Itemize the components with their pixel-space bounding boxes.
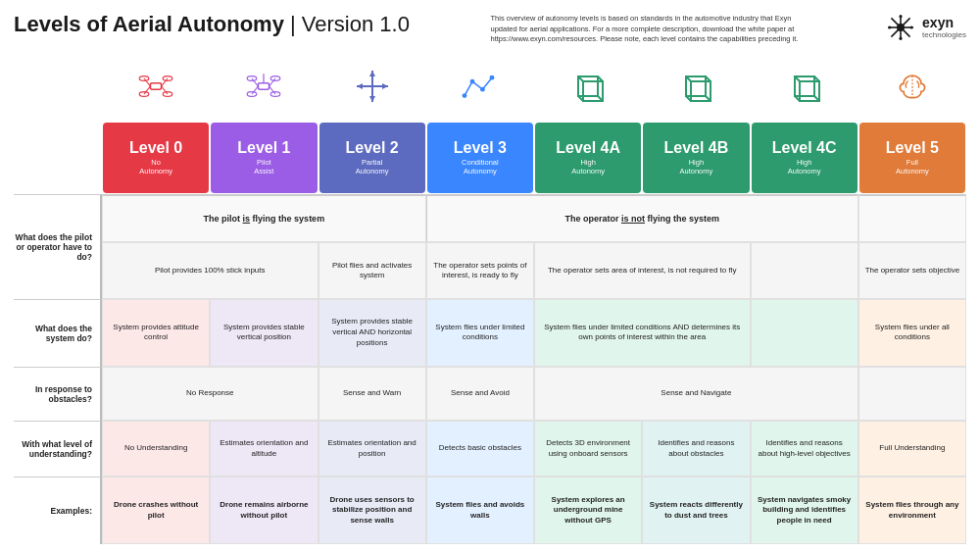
level1-sub: PilotAssist <box>254 158 273 177</box>
empty-icon-label <box>14 51 102 122</box>
level0-header: Level 0 NoAutonomy <box>103 123 209 194</box>
level4a-sub: HighAutonomy <box>571 158 605 177</box>
page: Levels of Aerial Autonomy | Version 1.0 … <box>0 0 980 552</box>
system-l2-cell: System provides stable vertical AND hori… <box>318 299 426 367</box>
waypoint-icon <box>461 73 500 100</box>
svg-rect-9 <box>151 82 162 88</box>
svg-marker-32 <box>357 83 363 89</box>
svg-line-13 <box>162 86 168 94</box>
level4c-icon-cell <box>751 51 858 122</box>
system-l1-cell: System provides stable vertical position <box>210 299 318 367</box>
level4b-num: Level 4B <box>663 140 728 156</box>
system-row-label: What does the system do? <box>14 299 102 367</box>
pilot-l5-cell: The operator sets objective <box>858 242 966 299</box>
level2-icon-cell <box>318 51 426 122</box>
svg-point-6 <box>899 37 902 40</box>
pilot-row-label: What does the pilot or operator have to … <box>14 194 102 299</box>
cube-icon <box>570 69 606 104</box>
understanding-l4b-cell: Identifies and reasons about obstacles <box>642 421 750 477</box>
system-l4ab-cell: System flies under limited conditions AN… <box>534 299 751 367</box>
page-title: Levels of Aerial Autonomy | Version 1.0 <box>14 12 410 37</box>
level4a-header: Level 4A HighAutonomy <box>535 123 641 194</box>
understanding-l4c-cell: Identifies and reasons about high-level … <box>751 421 858 477</box>
level3-num: Level 3 <box>454 140 507 156</box>
svg-line-22 <box>270 86 275 94</box>
svg-point-8 <box>910 25 913 28</box>
l5-pilot-header-empty <box>858 194 966 242</box>
understanding-l5-cell: Full Understanding <box>858 421 966 477</box>
svg-line-19 <box>252 78 258 86</box>
examples-l1-cell: Drone remains airborne without pilot <box>210 477 318 544</box>
level1-icon-cell <box>210 51 318 122</box>
obstacles-l01-cell: No Response <box>102 367 318 421</box>
system-l5-cell: System flies under all conditions <box>858 299 966 367</box>
crosshair-icon <box>355 69 390 104</box>
autonomy-grid: Level 0 NoAutonomy Level 1 PilotAssist L… <box>14 51 966 545</box>
obstacles-l5-cell <box>858 367 966 421</box>
brain-icon <box>895 72 930 101</box>
svg-line-10 <box>144 78 150 86</box>
level5-icon-cell <box>858 51 966 122</box>
examples-l3-cell: System flies and avoids walls <box>426 477 534 544</box>
level2-header: Level 2 PartialAutonomy <box>319 123 425 194</box>
svg-line-11 <box>162 78 168 86</box>
level2-num: Level 2 <box>345 140 398 156</box>
svg-line-20 <box>270 78 275 86</box>
level4a-icon-cell <box>534 51 642 122</box>
pilot-l2-cell: Pilot flies and activates system <box>318 242 426 299</box>
svg-point-4 <box>898 25 904 30</box>
svg-marker-30 <box>369 71 375 76</box>
pilot-l4c-cell <box>751 242 858 299</box>
pilot-l4ab-cell: The operator sets area of interest, is n… <box>534 242 751 299</box>
level1-header: Level 1 PilotAssist <box>211 123 317 194</box>
level5-num: Level 5 <box>886 140 939 156</box>
obstacles-l4-cell: Sense and Navigate <box>534 367 858 421</box>
operator-not-flying-header: The operator is not flying the system <box>426 194 858 242</box>
level5-header: Level 5 FullAutonomy <box>859 123 965 194</box>
examples-row-label: Examples: <box>14 477 102 544</box>
examples-l2-cell: Drone uses sensors to stabilize position… <box>318 477 426 544</box>
drone-icon <box>136 73 175 100</box>
svg-point-34 <box>462 93 466 98</box>
examples-l5-cell: System flies through any environment <box>858 477 966 544</box>
cube2-icon <box>678 69 713 104</box>
svg-point-7 <box>888 25 891 28</box>
examples-l0-cell: Drone crashes without pilot <box>102 477 210 544</box>
level4c-header: Level 4C HighAutonomy <box>752 123 858 194</box>
level3-header: Level 3 ConditionalAutonomy <box>427 123 533 194</box>
understanding-l2-cell: Estimates orientation and position <box>318 421 426 477</box>
level3-icon-cell <box>426 51 534 122</box>
empty-level-label <box>14 122 102 195</box>
cube3-icon <box>787 69 822 104</box>
level0-num: Level 0 <box>129 140 182 156</box>
level4c-num: Level 4C <box>772 140 837 156</box>
pilot-l3-cell: The operator sets points of interest, is… <box>426 242 534 299</box>
examples-l4b-cell: System reacts differently to dust and tr… <box>642 477 750 544</box>
svg-marker-31 <box>369 96 375 102</box>
system-l3-cell: System flies under limited conditions <box>426 299 534 367</box>
level0-sub: NoAutonomy <box>139 158 172 177</box>
svg-rect-18 <box>259 82 270 88</box>
logo: exyn technologies <box>885 12 966 43</box>
examples-l4a-cell: System explores an underground mine with… <box>534 477 642 544</box>
svg-point-37 <box>489 75 494 79</box>
level3-sub: ConditionalAutonomy <box>462 158 499 177</box>
logo-text-block: exyn technologies <box>922 16 966 39</box>
level4c-sub: HighAutonomy <box>788 158 821 177</box>
level0-icon-cell <box>102 51 210 122</box>
level4b-header: Level 4B HighAutonomy <box>643 123 749 194</box>
system-l4c-cell <box>751 299 858 367</box>
svg-point-36 <box>480 86 485 91</box>
level1-num: Level 1 <box>237 140 290 156</box>
system-l0-cell: System provides attitude control <box>102 299 210 367</box>
drone-assist-icon <box>244 73 283 100</box>
svg-point-35 <box>469 78 474 83</box>
obstacles-l3-cell: Sense and Avoid <box>426 367 534 421</box>
pilot-flying-header: The pilot is flying the system <box>102 194 426 242</box>
obstacles-row-label: In response to obstacles? <box>14 367 102 421</box>
header: Levels of Aerial Autonomy | Version 1.0 … <box>14 12 966 45</box>
understanding-l1-cell: Estimates orientation and altitude <box>210 421 318 477</box>
understanding-l3-cell: Detects basic obstacles <box>426 421 534 477</box>
header-description: This overview of autonomy levels is base… <box>490 14 804 45</box>
level4b-sub: HighAutonomy <box>679 158 712 177</box>
